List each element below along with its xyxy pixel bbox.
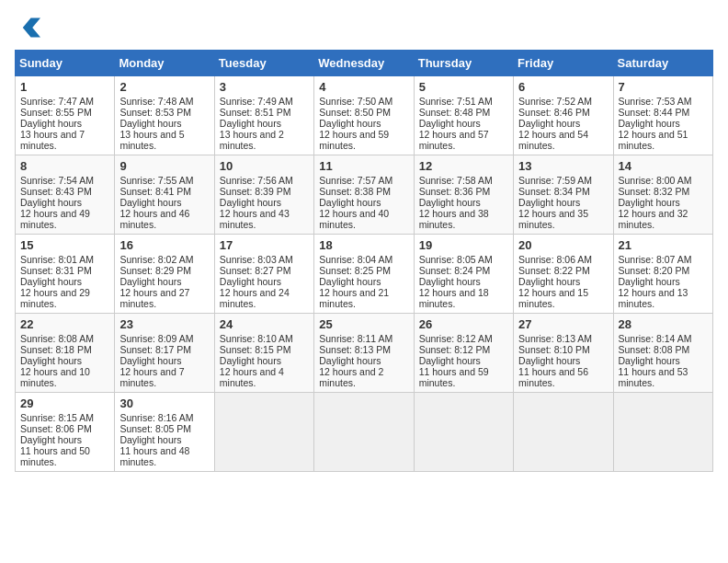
daylight-label: Daylight hours: [319, 197, 381, 208]
day-number: 29: [20, 396, 109, 410]
daylight-label: Daylight hours: [220, 197, 281, 208]
weekday-header-thursday: Thursday: [414, 51, 513, 76]
daylight-value: 12 hours and 32 minutes.: [619, 208, 688, 230]
daylight-label: Daylight hours: [319, 118, 381, 129]
weekday-header-row: SundayMondayTuesdayWednesdayThursdayFrid…: [16, 51, 713, 76]
daylight-value: 11 hours and 50 minutes.: [20, 445, 90, 467]
daylight-value: 13 hours and 7 minutes.: [20, 129, 85, 151]
sunrise-label: Sunrise: 7:49 AM: [220, 96, 293, 107]
daylight-label: Daylight hours: [119, 118, 181, 129]
sunset-label: Sunset: 8:46 PM: [518, 107, 590, 118]
calendar-cell: 6Sunrise: 7:52 AMSunset: 8:46 PMDaylight…: [514, 76, 613, 155]
calendar-week-3: 15Sunrise: 8:01 AMSunset: 8:31 PMDayligh…: [16, 235, 713, 314]
sunset-label: Sunset: 8:36 PM: [419, 186, 491, 197]
daylight-value: 12 hours and 18 minutes.: [419, 287, 489, 309]
day-number: 15: [20, 238, 109, 252]
calendar-cell: 10Sunrise: 7:56 AMSunset: 8:39 PMDayligh…: [214, 155, 313, 235]
daylight-label: Daylight hours: [119, 434, 181, 445]
weekday-header-friday: Friday: [514, 51, 613, 76]
day-number: 24: [220, 317, 309, 331]
sunrise-label: Sunrise: 8:07 AM: [619, 254, 692, 265]
daylight-value: 11 hours and 59 minutes.: [419, 366, 489, 388]
sunset-label: Sunset: 8:25 PM: [319, 265, 391, 276]
sunset-label: Sunset: 8:27 PM: [220, 265, 291, 276]
daylight-label: Daylight hours: [119, 197, 181, 208]
calendar-cell: 27Sunrise: 8:13 AMSunset: 8:10 PMDayligh…: [514, 314, 613, 393]
sunrise-label: Sunrise: 7:51 AM: [419, 96, 493, 107]
sunset-label: Sunset: 8:43 PM: [20, 186, 92, 197]
svg-marker-0: [23, 18, 40, 38]
calendar-cell: 23Sunrise: 8:09 AMSunset: 8:17 PMDayligh…: [115, 314, 214, 393]
daylight-value: 12 hours and 43 minutes.: [220, 208, 290, 230]
calendar-cell: 22Sunrise: 8:08 AMSunset: 8:18 PMDayligh…: [16, 314, 115, 393]
calendar-cell: 9Sunrise: 7:55 AMSunset: 8:41 PMDaylight…: [115, 155, 214, 235]
sunrise-label: Sunrise: 8:02 AM: [119, 254, 193, 265]
calendar-cell: 2Sunrise: 7:48 AMSunset: 8:53 PMDaylight…: [115, 76, 214, 155]
sunset-label: Sunset: 8:41 PM: [119, 186, 191, 197]
sunrise-label: Sunrise: 8:16 AM: [119, 412, 193, 423]
weekday-header-sunday: Sunday: [16, 51, 115, 76]
day-number: 19: [419, 238, 508, 252]
weekday-header-wednesday: Wednesday: [314, 51, 414, 76]
sunrise-label: Sunrise: 7:55 AM: [119, 175, 193, 186]
calendar-cell: [613, 393, 712, 472]
daylight-label: Daylight hours: [220, 276, 281, 287]
sunrise-label: Sunrise: 8:04 AM: [319, 254, 392, 265]
sunrise-label: Sunrise: 8:12 AM: [419, 333, 493, 344]
daylight-label: Daylight hours: [119, 355, 181, 366]
sunset-label: Sunset: 8:50 PM: [319, 107, 391, 118]
sunrise-label: Sunrise: 8:05 AM: [419, 254, 493, 265]
sunset-label: Sunset: 8:53 PM: [119, 107, 191, 118]
daylight-value: 12 hours and 29 minutes.: [20, 287, 90, 309]
calendar-cell: 18Sunrise: 8:04 AMSunset: 8:25 PMDayligh…: [314, 235, 414, 314]
sunset-label: Sunset: 8:06 PM: [20, 423, 92, 434]
sunset-label: Sunset: 8:18 PM: [20, 344, 92, 355]
daylight-label: Daylight hours: [518, 276, 580, 287]
calendar-cell: [214, 393, 313, 472]
sunset-label: Sunset: 8:48 PM: [419, 107, 491, 118]
daylight-label: Daylight hours: [20, 276, 82, 287]
page-header: [15, 15, 713, 40]
calendar-cell: 14Sunrise: 8:00 AMSunset: 8:32 PMDayligh…: [613, 155, 712, 235]
sunset-label: Sunset: 8:10 PM: [518, 344, 590, 355]
daylight-value: 12 hours and 51 minutes.: [619, 129, 688, 151]
daylight-value: 12 hours and 46 minutes.: [119, 208, 189, 230]
calendar-week-2: 8Sunrise: 7:54 AMSunset: 8:43 PMDaylight…: [16, 155, 713, 235]
day-number: 8: [20, 159, 109, 173]
calendar-cell: 4Sunrise: 7:50 AMSunset: 8:50 PMDaylight…: [314, 76, 414, 155]
day-number: 23: [119, 317, 209, 331]
daylight-value: 12 hours and 24 minutes.: [220, 287, 290, 309]
daylight-label: Daylight hours: [518, 197, 580, 208]
sunrise-label: Sunrise: 7:59 AM: [518, 175, 592, 186]
calendar-week-4: 22Sunrise: 8:08 AMSunset: 8:18 PMDayligh…: [16, 314, 713, 393]
sunrise-label: Sunrise: 8:03 AM: [220, 254, 293, 265]
sunrise-label: Sunrise: 7:50 AM: [319, 96, 392, 107]
daylight-value: 12 hours and 49 minutes.: [20, 208, 90, 230]
sunrise-label: Sunrise: 8:13 AM: [518, 333, 592, 344]
day-number: 11: [319, 159, 408, 173]
daylight-value: 12 hours and 27 minutes.: [119, 287, 189, 309]
day-number: 14: [619, 159, 708, 173]
daylight-value: 12 hours and 38 minutes.: [419, 208, 489, 230]
daylight-label: Daylight hours: [619, 197, 680, 208]
day-number: 6: [518, 80, 608, 94]
sunrise-label: Sunrise: 7:52 AM: [518, 96, 592, 107]
sunset-label: Sunset: 8:12 PM: [419, 344, 491, 355]
calendar-cell: 25Sunrise: 8:11 AMSunset: 8:13 PMDayligh…: [314, 314, 414, 393]
calendar-cell: 29Sunrise: 8:15 AMSunset: 8:06 PMDayligh…: [16, 393, 115, 472]
sunrise-label: Sunrise: 8:01 AM: [20, 254, 94, 265]
calendar-cell: 13Sunrise: 7:59 AMSunset: 8:34 PMDayligh…: [514, 155, 613, 235]
daylight-value: 13 hours and 2 minutes.: [220, 129, 284, 151]
calendar-cell: 7Sunrise: 7:53 AMSunset: 8:44 PMDaylight…: [613, 76, 712, 155]
daylight-label: Daylight hours: [419, 355, 481, 366]
calendar-cell: 19Sunrise: 8:05 AMSunset: 8:24 PMDayligh…: [414, 235, 513, 314]
sunset-label: Sunset: 8:05 PM: [119, 423, 191, 434]
calendar-cell: 11Sunrise: 7:57 AMSunset: 8:38 PMDayligh…: [314, 155, 414, 235]
day-number: 2: [119, 80, 209, 94]
sunset-label: Sunset: 8:20 PM: [619, 265, 690, 276]
daylight-value: 12 hours and 40 minutes.: [319, 208, 389, 230]
daylight-label: Daylight hours: [20, 118, 82, 129]
sunset-label: Sunset: 8:38 PM: [319, 186, 391, 197]
calendar-cell: 5Sunrise: 7:51 AMSunset: 8:48 PMDaylight…: [414, 76, 513, 155]
daylight-label: Daylight hours: [518, 355, 580, 366]
